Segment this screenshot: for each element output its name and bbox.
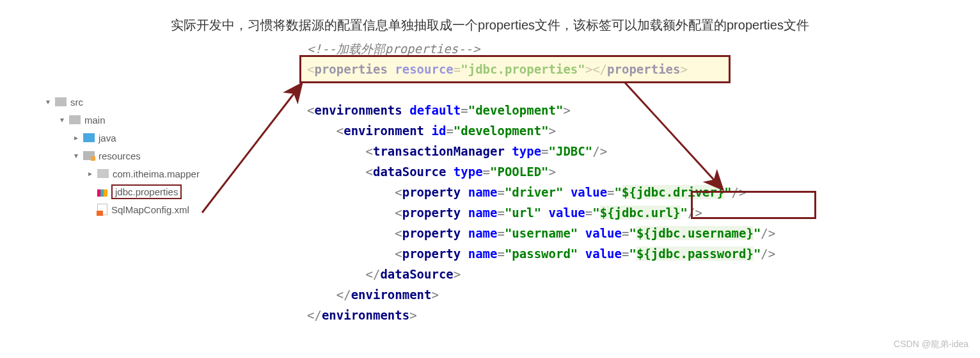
tree-label: com.itheima.mapper [113,168,200,179]
code-environments-open: <environments default="development"> [307,100,775,120]
tree-node-resources[interactable]: ··▾resources [41,147,200,165]
code-datasource-close: </dataSource> [307,264,775,284]
tree-label: java [99,133,116,143]
code-environments-close: </environments> [307,305,775,325]
tree-label: SqlMapConfig.xml [111,204,189,215]
tree-node-main[interactable]: ·▾main [41,111,200,129]
folder-icon [69,115,81,124]
code-datasource-open: <dataSource type="POOLED"> [307,161,775,182]
folder-icon [55,97,67,106]
code-property-password: <property name="password" value="${jdbc.… [307,243,775,264]
highlight-properties-line [299,55,731,83]
folder-icon [97,169,109,178]
tree-node-sqlmap[interactable]: ····SqlMapConfig.xml [41,200,200,218]
folder-icon [83,151,95,160]
highlight-jdbc-driver [691,191,816,219]
tree-node-jdbc[interactable]: ····jdbc.properties [41,183,200,200]
svg-line-0 [202,83,302,213]
watermark-text: CSDN @龍弟-idea [894,339,968,350]
tree-node-mapper[interactable]: ···▸com.itheima.mapper [41,165,200,183]
description-text: 实际开发中，习惯将数据源的配置信息单独抽取成一个properties文件，该标签… [0,17,980,34]
tree-node-src[interactable]: ▾src [41,93,200,111]
tree-label: src [70,97,83,108]
folder-icon [83,133,95,142]
tree-label: resources [99,151,141,161]
file-tree: ▾src ·▾main ··▸java ··▾resources ···▸com… [41,93,200,218]
code-environment-close: </environment> [307,284,775,305]
tree-label-highlighted: jdbc.properties [111,184,182,199]
code-environment-open: <environment id="development"> [307,120,775,141]
xml-file-icon [97,204,107,215]
code-property-username: <property name="username" value="${jdbc.… [307,223,775,243]
tree-label: main [84,115,106,126]
tree-node-java[interactable]: ··▸java [41,129,200,147]
code-transaction-manager: <transactionManager type="JDBC"/> [307,141,775,161]
properties-file-icon [97,186,107,197]
